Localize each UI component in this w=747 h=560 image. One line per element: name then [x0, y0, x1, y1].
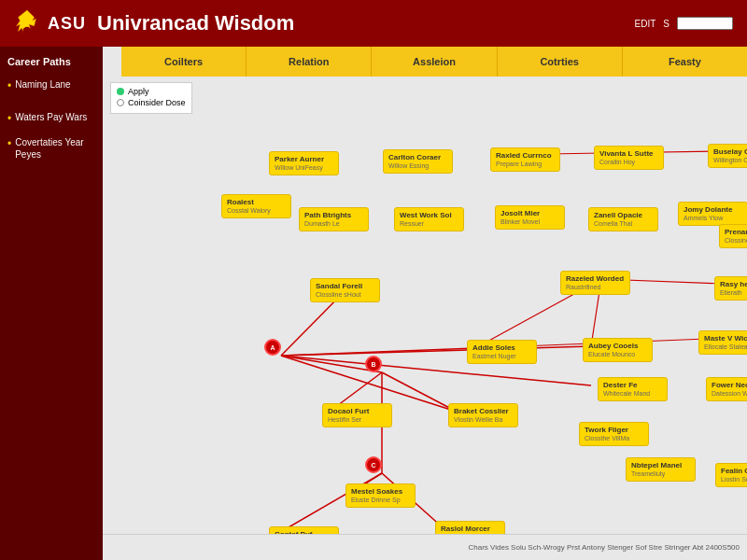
node-title: Path Btrights: [304, 211, 363, 220]
sidebar-item-label: Waters Pay Wars: [15, 111, 87, 123]
col-header-assleion: Assleion: [372, 47, 497, 77]
node-sub: Willow Essing: [388, 162, 447, 170]
node-sub: Prepare Lawing: [496, 161, 555, 168]
asu-wordmark: ASU: [48, 14, 86, 34]
svg-point-1: [22, 27, 31, 35]
node-title: Carlton Coraer: [388, 153, 447, 162]
node-card-n12[interactable]: Prenarel Coltts Clossine o Jory: [719, 224, 747, 248]
node-card-n18[interactable]: Maste V Wice Ellocate Staleay: [698, 330, 747, 355]
node-title: Parker Aurner: [275, 155, 333, 164]
node-sub: Elucate Mounco: [588, 351, 647, 358]
node-card-n7[interactable]: Path Btrights Dumasth Le: [299, 207, 369, 231]
node-card-n11[interactable]: Jomy Dolante Ammels Ylow: [678, 202, 747, 226]
node-card-n14[interactable]: Razeled Worded Raustrifined: [560, 271, 630, 295]
node-card-n2[interactable]: Carlton Coraer Willow Essing: [383, 149, 453, 174]
node-title: Addie Soles: [472, 343, 531, 353]
node-sub: Clossline sHout: [316, 291, 374, 299]
node-card-n26[interactable]: Mestel Soakes Eluste Drinne Sp: [345, 483, 416, 508]
node-title: West Work Sol: [400, 211, 458, 220]
legend-item-apply: Apply: [117, 87, 186, 96]
node-sub: Cosstal Walory: [227, 207, 286, 215]
node-title: Raxled Currnco: [496, 151, 555, 161]
node-sub: Ressuer: [400, 220, 458, 228]
col-header-cotrties: Cotrties: [498, 47, 623, 77]
node-card-n1[interactable]: Parker Aurner Willow UniFeasy: [269, 151, 339, 175]
node-title: Fealin Ostlo: [721, 467, 747, 476]
legend-label: Apply: [128, 87, 149, 96]
node-sub: Datession Wory: [712, 390, 747, 398]
node-card-n27[interactable]: Contef Puf Hollcrestis el Ch: [269, 526, 339, 534]
node-card-n22[interactable]: Braket Cosslier Vlostin Wellie Ba: [448, 403, 518, 427]
hub-node-h3[interactable]: C: [365, 456, 382, 473]
sidebar-item-waters-pay[interactable]: • Waters Pay Wars: [7, 111, 95, 125]
node-sub: Corallin Hoy: [599, 159, 658, 166]
legend-empty-icon: [117, 99, 124, 106]
node-title: Maste V Wice: [704, 334, 747, 343]
node-sub: Vlostin Wellie Ba: [454, 416, 513, 424]
node-title: Docaol Furt: [328, 407, 387, 416]
node-title: Prenarel Coltts: [725, 228, 747, 237]
node-card-n10[interactable]: Zanell Opacie Comella Thal: [588, 207, 658, 231]
node-card-n21[interactable]: Docaol Furt Hestifin Ser: [322, 403, 392, 427]
node-title: Contef Puf: [275, 530, 333, 534]
app-title: Univrancad Wisdom: [97, 11, 294, 35]
node-sub: Raustrifined: [566, 284, 625, 291]
node-card-n28[interactable]: Raslol Morcer Talleworlth Phrept: [435, 521, 505, 534]
hub-node-h1[interactable]: A: [264, 339, 281, 356]
node-sub: Whitecale Mand: [603, 390, 662, 398]
node-title: Buselay Custary: [713, 147, 747, 157]
node-sub: Willow UniFeasy: [275, 164, 333, 172]
top-right-input[interactable]: [677, 17, 733, 30]
bullet-icon: •: [7, 112, 11, 125]
node-sub: Hestifin Ser: [328, 416, 387, 424]
sidebar-item-label: Naming Lane: [15, 78, 70, 91]
node-card-n13[interactable]: Sandal Forell Clossline sHout: [310, 278, 380, 302]
sidebar-title: Career Paths: [7, 56, 95, 67]
node-title: Raslol Morcer: [441, 525, 500, 534]
node-title: Nbtepel Manel: [631, 461, 690, 470]
node-card-n8[interactable]: West Work Sol Ressuer: [394, 207, 464, 231]
separator: S: [663, 19, 669, 29]
node-sub: Dumasth Le: [304, 220, 363, 228]
node-title: Dester Fe: [603, 381, 662, 390]
node-card-n3[interactable]: Raxled Currnco Prepare Lawing: [490, 147, 560, 172]
node-card-n9[interactable]: Josolt Mier Blinker Movel: [495, 205, 565, 230]
bullet-icon: •: [7, 137, 11, 150]
node-card-n25[interactable]: Fealin Ostlo Liostin Sou: [715, 463, 747, 487]
node-title: Josolt Mier: [500, 209, 559, 218]
node-sub: Treameliuty: [631, 470, 690, 478]
node-card-n24[interactable]: Nbtepel Manel Treameliuty: [626, 457, 696, 482]
svg-line-3: [281, 348, 475, 356]
node-card-n16[interactable]: Addie Soles Eastmet Nuger: [467, 340, 537, 364]
node-title: Roalest: [227, 198, 286, 207]
node-card-n4[interactable]: Vivanta L Sutte Corallin Hoy: [594, 146, 664, 170]
col-header-feasty: Feasty: [623, 47, 747, 77]
footer-text: Chars Vides Solu Sch-Wrogy Prst Antony S…: [468, 543, 740, 552]
sidebar-item-covertaties[interactable]: • Covertaties Year Peyes: [7, 136, 95, 161]
node-card-n6[interactable]: Roalest Cosstal Walory: [221, 194, 291, 218]
hub-node-h2[interactable]: B: [365, 356, 382, 372]
node-title: Vivanta L Sutte: [599, 149, 658, 159]
footer-bar: Chars Vides Solu Sch-Wrogy Prst Antony S…: [103, 534, 747, 560]
node-card-n15[interactable]: Rasy he Come Ellerath: [714, 276, 747, 301]
legend-item-consider: Coinsider Dose: [117, 98, 186, 107]
node-title: Mestel Soakes: [351, 487, 410, 497]
svg-line-5: [281, 356, 591, 385]
node-card-n5[interactable]: Buselay Custary Willington Or: [708, 144, 747, 168]
node-card-n19[interactable]: Dester Fe Whitecale Mand: [598, 377, 668, 401]
edit-label: EDIT: [635, 19, 656, 29]
node-card-n23[interactable]: Twork Fliger Clossthe VillMa: [579, 422, 649, 446]
node-card-n20[interactable]: Fower Neom Datession Wory: [706, 377, 747, 401]
top-bar: ASU Univrancad Wisdom EDIT S: [0, 0, 747, 47]
node-sub: Ellerath: [720, 289, 747, 297]
legend: Apply Coinsider Dose: [110, 82, 192, 114]
node-card-n17[interactable]: Aubey Cooels Elucate Mounco: [583, 338, 653, 362]
col-header-coilters: Coilters: [121, 47, 247, 77]
svg-line-4: [281, 346, 591, 356]
sidebar-item-naming-lane[interactable]: • Naming Lane: [7, 78, 95, 92]
node-sub: Eluste Drinne Sp: [351, 497, 410, 504]
node-sub: Eastmet Nuger: [472, 353, 531, 360]
node-title: Jomy Dolante: [684, 205, 742, 215]
col-header-relation: Relation: [247, 47, 372, 77]
canvas-area: Apply Coinsider Dose: [103, 77, 747, 534]
